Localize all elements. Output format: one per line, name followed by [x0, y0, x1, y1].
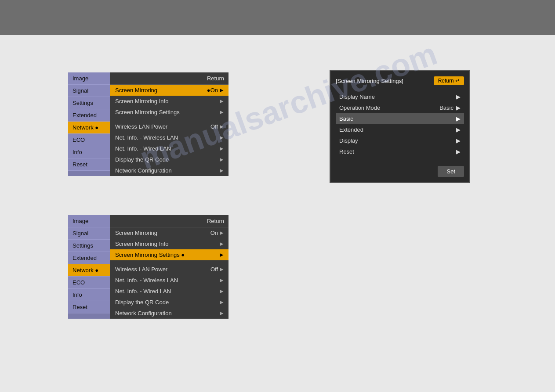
menu-item-display-qr-2[interactable]: Display the QR Code ▶ — [110, 297, 229, 308]
menu-item-label: Wireless LAN Power — [115, 266, 167, 273]
sidebar-item-info-1[interactable]: Info — [68, 146, 110, 158]
sidebar-item-settings-2[interactable]: Settings — [68, 240, 110, 252]
sidebar-item-network-1[interactable]: Network ● — [68, 122, 110, 134]
sm-item-extended[interactable]: Extended ▶ — [336, 124, 464, 135]
menu-item-label: Net. Info. - Wireless LAN — [115, 277, 178, 284]
menu-item-net-info-wireless-1[interactable]: Net. Info. - Wireless LAN ▶ — [110, 132, 229, 143]
menu-item-screen-mirroring-2[interactable]: Screen Mirroring On ▶ — [110, 227, 229, 238]
sm-item-label: Display — [339, 137, 358, 144]
menu-item-label: Screen Mirroring Info — [115, 98, 168, 104]
menu-panel-2: Image Signal Settings Extended Network ●… — [68, 215, 229, 319]
sm-item-label: Display Name — [339, 94, 375, 100]
sidebar-1: Image Signal Settings Extended Network ●… — [68, 72, 110, 176]
sidebar-item-image-2[interactable]: Image — [68, 215, 110, 227]
menu-item-label: Network Configuration — [115, 167, 172, 174]
sm-return-label: Return — [438, 78, 454, 84]
arrow-icon: ▶ — [220, 157, 223, 162]
arrow-icon: ▶ — [456, 115, 461, 122]
menu-item-label: Screen Mirroring Info — [115, 241, 168, 247]
arrow-icon: ▶ — [220, 277, 223, 283]
sm-item-operation-mode[interactable]: Operation Mode Basic ▶ — [336, 102, 464, 113]
sm-item-reset[interactable]: Reset ▶ — [336, 146, 464, 157]
menu-item-screen-mirroring-settings-2[interactable]: Screen Mirroring Settings ● ▶ — [110, 249, 229, 260]
menu-item-label: Network Configuration — [115, 310, 172, 316]
menu-item-value: On ▶ — [210, 230, 223, 236]
sm-item-display-name[interactable]: Display Name ▶ — [336, 91, 464, 102]
arrow-icon: ▶ — [456, 94, 461, 100]
sm-set-button[interactable]: Set — [438, 166, 464, 177]
return-button-2[interactable]: Return — [207, 218, 224, 224]
sidebar-item-info-2[interactable]: Info — [68, 289, 110, 301]
menu-item-value: ●On ▶ — [207, 87, 223, 94]
sm-panel-header: [Screen Mirroring Settings] Return ↵ — [336, 76, 464, 85]
sidebar-item-settings-1[interactable]: Settings — [68, 97, 110, 109]
arrow-icon: ▶ — [220, 299, 223, 305]
sm-item-display[interactable]: Display ▶ — [336, 135, 464, 146]
arrow-icon: ▶ — [220, 241, 223, 247]
menu-item-label: Screen Mirroring Settings ● — [115, 252, 185, 258]
menu-separator-1 — [110, 118, 229, 121]
menu-item-display-qr-1[interactable]: Display the QR Code ▶ — [110, 154, 229, 165]
sm-item-label: Reset — [339, 148, 354, 155]
menu-item-label: Net. Info. - Wireless LAN — [115, 134, 178, 141]
menu-content-1: Return Screen Mirroring ●On ▶ Screen Mir… — [110, 72, 229, 176]
arrow-icon: ▶ — [456, 148, 461, 155]
menu-item-screen-mirroring-1[interactable]: Screen Mirroring ●On ▶ — [110, 85, 229, 96]
sm-item-basic[interactable]: Basic ▶ — [336, 113, 464, 124]
arrow-icon: ▶ — [220, 288, 223, 294]
menu-item-label: Net. Info. - Wired LAN — [115, 288, 171, 295]
menu-header-1: Return — [110, 72, 229, 85]
sm-settings-panel: [Screen Mirroring Settings] Return ↵ Dis… — [330, 70, 470, 183]
menu-item-label: Wireless LAN Power — [115, 123, 167, 130]
menu-content-2: Return Screen Mirroring On ▶ Screen Mirr… — [110, 215, 229, 319]
sidebar-item-network-2[interactable]: Network ● — [68, 264, 110, 277]
menu-item-screen-mirroring-settings-1[interactable]: Screen Mirroring Settings ▶ — [110, 107, 229, 118]
sidebar-item-extended-2[interactable]: Extended — [68, 252, 110, 264]
arrow-icon: ▶ — [220, 310, 223, 316]
sm-item-value: Basic ▶ — [439, 104, 461, 111]
sidebar-2: Image Signal Settings Extended Network ●… — [68, 215, 110, 319]
menu-item-label: Display the QR Code — [115, 156, 169, 163]
sm-panel-title: [Screen Mirroring Settings] — [336, 78, 403, 84]
menu-item-screen-mirroring-info-1[interactable]: Screen Mirroring Info ▶ — [110, 96, 229, 107]
menu-item-net-info-wired-2[interactable]: Net. Info. - Wired LAN ▶ — [110, 286, 229, 297]
sidebar-item-reset-2[interactable]: Reset — [68, 301, 110, 313]
menu-item-wireless-lan-power-2[interactable]: Wireless LAN Power Off ▶ — [110, 264, 229, 275]
sidebar-item-signal-1[interactable]: Signal — [68, 85, 110, 97]
menu-item-label: Display the QR Code — [115, 299, 169, 306]
return-button-1[interactable]: Return — [207, 75, 224, 82]
arrow-icon: ▶ — [220, 135, 223, 140]
menu-item-value: Off ▶ — [210, 266, 223, 273]
menu-panel-1: Image Signal Settings Extended Network ●… — [68, 72, 229, 176]
sidebar-item-reset-1[interactable]: Reset — [68, 158, 110, 171]
menu-item-wireless-lan-power-1[interactable]: Wireless LAN Power Off ▶ — [110, 121, 229, 132]
menu-item-label: Screen Mirroring — [115, 230, 157, 236]
menu-item-value: Off ▶ — [210, 123, 223, 130]
sidebar-item-extended-1[interactable]: Extended — [68, 109, 110, 122]
menu-item-label: Screen Mirroring — [115, 87, 157, 94]
sm-item-label: Extended — [339, 126, 363, 133]
menu-item-network-config-1[interactable]: Network Configuration ▶ — [110, 165, 229, 176]
sidebar-item-eco-1[interactable]: ECO — [68, 134, 110, 146]
menu-item-screen-mirroring-info-2[interactable]: Screen Mirroring Info ▶ — [110, 238, 229, 249]
sm-return-button[interactable]: Return ↵ — [434, 76, 464, 85]
sidebar-item-image-1[interactable]: Image — [68, 72, 110, 85]
menu-item-net-info-wireless-2[interactable]: Net. Info. - Wireless LAN ▶ — [110, 275, 229, 286]
sm-item-label: Basic — [339, 115, 353, 122]
menu-item-network-config-2[interactable]: Network Configuration ▶ — [110, 308, 229, 319]
menu-item-label: Net. Info. - Wired LAN — [115, 145, 171, 152]
top-bar — [0, 0, 555, 35]
menu-item-label: Screen Mirroring Settings — [115, 109, 180, 115]
arrow-icon: ▶ — [220, 109, 223, 115]
sidebar-item-signal-2[interactable]: Signal — [68, 227, 110, 240]
arrow-icon: ▶ — [456, 126, 461, 133]
sm-item-label: Operation Mode — [339, 104, 380, 111]
menu-item-net-info-wired-1[interactable]: Net. Info. - Wired LAN ▶ — [110, 143, 229, 154]
arrow-icon: ▶ — [456, 137, 461, 144]
sidebar-item-eco-2[interactable]: ECO — [68, 277, 110, 289]
arrow-icon: ▶ — [220, 146, 223, 151]
menu-separator-2 — [110, 260, 229, 264]
arrow-icon: ▶ — [220, 252, 223, 258]
menu-header-2: Return — [110, 215, 229, 227]
arrow-icon: ▶ — [220, 98, 223, 104]
